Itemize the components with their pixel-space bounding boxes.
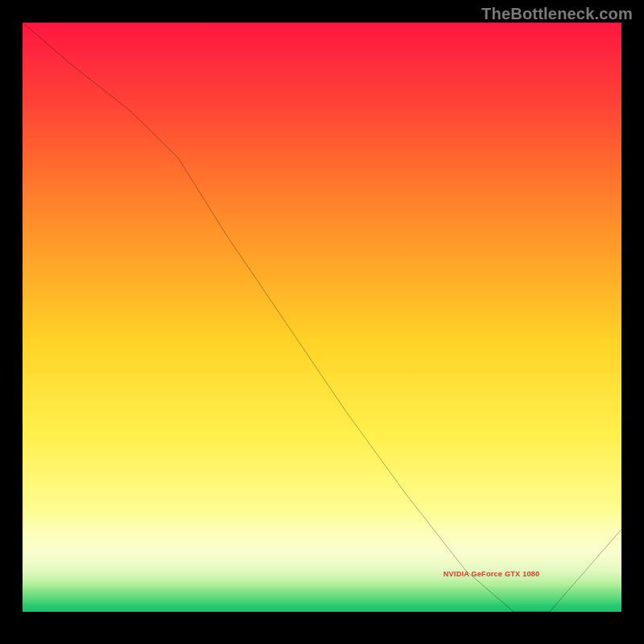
overlay-label: NVIDIA GeForce GTX 1080 — [444, 570, 540, 578]
plot-area: NVIDIA GeForce GTX 1080 — [23, 23, 621, 612]
chart-container: TheBottleneck.com NVIDIA GeForce GTX 108… — [0, 0, 644, 644]
watermark-text: TheBottleneck.com — [481, 5, 633, 23]
bottleneck-curve — [23, 23, 621, 612]
